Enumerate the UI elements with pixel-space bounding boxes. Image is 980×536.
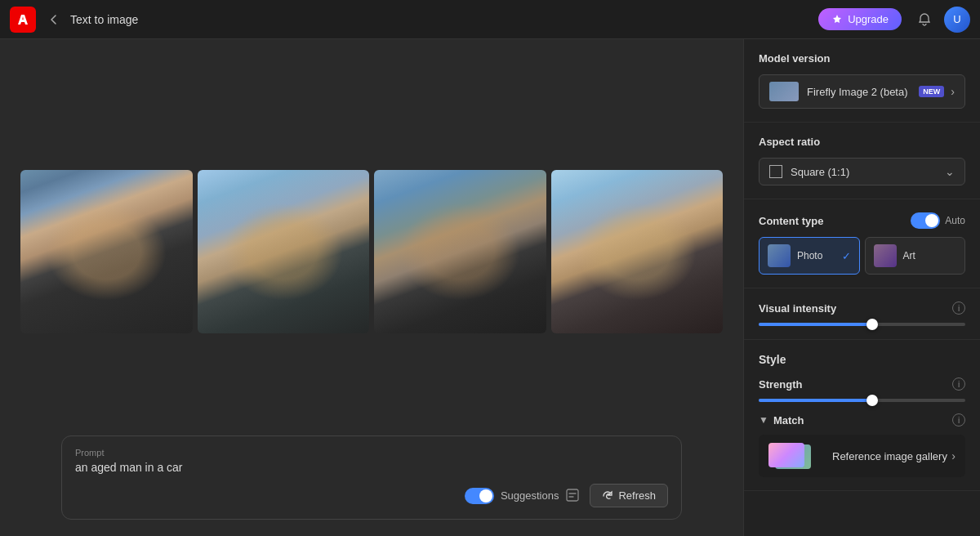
ref-gallery-left: Reference image gallery (768, 443, 947, 469)
auto-label: Auto (945, 215, 965, 226)
aspect-value: Square (1:1) (791, 166, 945, 178)
style-title: Style (759, 353, 965, 366)
ref-gallery-chevron-icon: › (951, 449, 956, 462)
toggle-knob (479, 489, 492, 502)
content-option-art[interactable]: Art (865, 237, 966, 275)
aspect-ratio-section: Aspect ratio Square (1:1) ⌄ (744, 123, 980, 199)
photo-check-icon: ✓ (842, 250, 851, 262)
art-label: Art (903, 250, 915, 261)
model-thumbnail (769, 82, 799, 101)
prompt-label: Prompt (75, 448, 668, 458)
strength-label: Strength (759, 378, 802, 391)
auto-toggle-switch[interactable] (911, 212, 940, 229)
visual-intensity-label: Visual intensity (759, 302, 836, 315)
content-type-section: Content type Auto Photo ✓ Art (744, 199, 980, 288)
model-name: Firefly Image 2 (beta) (807, 86, 914, 98)
upgrade-button[interactable]: Upgrade (818, 8, 902, 30)
visual-intensity-section: Visual intensity i (744, 288, 980, 340)
model-version-title: Model version (759, 52, 965, 65)
strength-info-icon[interactable]: i (952, 377, 965, 391)
visual-intensity-slider[interactable] (759, 323, 965, 326)
ref-thumb-1 (768, 443, 804, 467)
upgrade-label: Upgrade (848, 13, 889, 25)
header: Text to image Upgrade U (0, 0, 980, 39)
suggestions-toggle-group: Suggestions (465, 488, 582, 504)
back-button[interactable] (42, 8, 65, 31)
match-label: Match (773, 414, 804, 427)
match-info-icon[interactable]: i (952, 413, 965, 427)
square-icon (769, 165, 782, 178)
match-left: ▼ Match (759, 414, 804, 427)
visual-intensity-fill (759, 323, 872, 326)
generated-images-grid (20, 170, 723, 333)
page-title: Text to image (70, 13, 138, 26)
content-type-header: Content type Auto (759, 212, 965, 229)
auto-toggle-knob (925, 214, 938, 227)
prompt-controls: Suggestions Refresh (75, 484, 668, 507)
photo-thumbnail (768, 244, 791, 267)
new-badge: NEW (919, 86, 944, 97)
app-logo (10, 7, 36, 33)
reference-gallery[interactable]: Reference image gallery › (759, 435, 965, 477)
generated-image-4[interactable] (551, 170, 724, 333)
match-chevron-icon: ▼ (759, 414, 768, 426)
model-chevron-icon: › (951, 85, 955, 98)
match-toggle[interactable]: ▼ Match i (759, 413, 965, 427)
prompt-text[interactable]: an aged man in a car (75, 461, 668, 474)
visual-intensity-row: Visual intensity i (759, 302, 965, 315)
art-thumbnail (874, 244, 897, 267)
prompt-bar: Prompt an aged man in a car Suggestions (61, 436, 682, 520)
auto-toggle-group: Auto (911, 212, 965, 229)
svg-rect-0 (567, 489, 578, 501)
content-option-photo[interactable]: Photo ✓ (759, 237, 860, 275)
generated-image-2[interactable] (198, 170, 370, 333)
model-version-selector[interactable]: Firefly Image 2 (beta) NEW › (759, 74, 965, 109)
strength-row: Strength i (759, 377, 965, 391)
suggestions-toggle[interactable] (465, 488, 494, 504)
strength-fill (759, 399, 872, 402)
aspect-ratio-selector[interactable]: Square (1:1) ⌄ (759, 158, 965, 185)
notifications-button[interactable] (911, 7, 938, 33)
photo-label: Photo (797, 250, 822, 261)
generated-image-3[interactable] (374, 170, 546, 333)
ref-thumbnails (768, 443, 808, 469)
suggestions-label: Suggestions (501, 489, 559, 502)
visual-intensity-info-icon[interactable]: i (952, 302, 965, 315)
main-content: Prompt an aged man in a car Suggestions (0, 39, 980, 536)
style-section: Style Strength i ▼ Match i (744, 340, 980, 491)
refresh-button[interactable]: Refresh (590, 484, 668, 507)
user-avatar[interactable]: U (944, 7, 970, 33)
content-type-options: Photo ✓ Art (759, 237, 965, 275)
refresh-label: Refresh (618, 489, 656, 502)
right-panel: Model version Firefly Image 2 (beta) NEW… (743, 39, 980, 536)
canvas-area: Prompt an aged man in a car Suggestions (0, 39, 743, 536)
aspect-ratio-title: Aspect ratio (759, 136, 965, 148)
aspect-chevron-icon: ⌄ (945, 165, 955, 178)
strength-thumb[interactable] (866, 395, 878, 406)
generated-image-1[interactable] (20, 170, 193, 333)
ref-gallery-label: Reference image gallery (832, 450, 947, 462)
strength-slider[interactable] (759, 399, 965, 402)
model-version-section: Model version Firefly Image 2 (beta) NEW… (744, 39, 980, 123)
visual-intensity-thumb[interactable] (866, 319, 878, 330)
content-type-title: Content type (759, 215, 823, 227)
suggestions-info-icon[interactable] (565, 488, 581, 504)
